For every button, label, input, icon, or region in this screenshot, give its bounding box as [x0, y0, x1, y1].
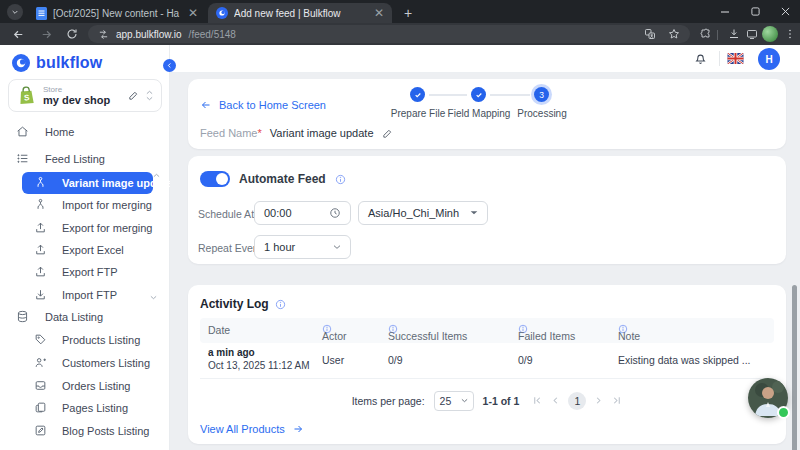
previous-page-icon[interactable]: [550, 395, 561, 406]
logo-text: bulkflow: [36, 54, 102, 72]
header-divider: [719, 51, 720, 66]
browser-chrome: [Oct/2025] New content - Ha M ✕ Add new …: [0, 0, 800, 45]
close-window-button[interactable]: [770, 0, 800, 23]
address-bar[interactable]: app.bulkflow.io/feed/5148: [88, 25, 690, 43]
list-icon: [16, 152, 29, 165]
scroll-down-indicator[interactable]: [150, 295, 157, 300]
schedule-time-input[interactable]: 00:00: [254, 201, 351, 225]
user-avatar[interactable]: H: [758, 48, 780, 70]
sidebar-item-products-listing[interactable]: Products Listing: [0, 329, 169, 351]
pages-icon: [34, 401, 47, 414]
language-flag-icon[interactable]: [727, 53, 744, 64]
step-label: Field Mapping: [448, 108, 511, 119]
first-page-icon[interactable]: [532, 395, 543, 406]
step-field-mapping[interactable]: [471, 87, 486, 102]
clock-icon[interactable]: [329, 207, 341, 219]
site-settings-icon[interactable]: [98, 29, 109, 40]
edit-feed-name-icon[interactable]: [382, 128, 393, 139]
table-header: Date Actor Successful Items Failed Items…: [200, 318, 774, 343]
notifications-bell-icon[interactable]: [693, 51, 708, 66]
timezone-select[interactable]: Asia/Ho_Chi_Minh: [358, 201, 488, 225]
column-failed-items: Failed Items: [518, 324, 528, 334]
browser-profile-avatar[interactable]: [762, 26, 778, 42]
view-all-products-link[interactable]: View All Products: [200, 423, 304, 435]
close-icon[interactable]: ✕: [188, 7, 198, 19]
step-prepare-file[interactable]: [410, 87, 425, 102]
last-page-icon[interactable]: [611, 395, 622, 406]
feed-name-value: Variant image update: [270, 127, 374, 139]
vertical-scrollbar[interactable]: [792, 285, 797, 450]
sidebar-item-import-for-merging[interactable]: Import for merging: [0, 194, 169, 216]
tab-title: Add new feed | Bulkflow: [234, 8, 368, 19]
column-date: Date: [208, 324, 230, 336]
sidebar-item-export-for-merging[interactable]: Export for merging: [0, 217, 169, 239]
reload-icon[interactable]: [64, 26, 80, 42]
sidebar-item-export-excel[interactable]: Export Excel: [0, 239, 169, 261]
minimize-button[interactable]: [710, 0, 740, 23]
bookmark-star-icon[interactable]: [668, 28, 680, 40]
current-page-button[interactable]: 1: [568, 392, 586, 410]
successful-items-value: 0/9: [388, 354, 403, 366]
forward-icon[interactable]: [38, 26, 54, 42]
close-icon[interactable]: ✕: [374, 7, 384, 19]
activity-log-card: Activity Log Date Actor Successful Items…: [188, 285, 786, 444]
browser-tab-bulkflow[interactable]: Add new feed | Bulkflow ✕: [208, 3, 392, 23]
cast-icon[interactable]: [744, 26, 760, 42]
app-header: H: [170, 45, 800, 73]
repeat-select[interactable]: 1 hour: [254, 235, 351, 259]
tab-search-button[interactable]: [7, 4, 23, 20]
back-icon[interactable]: [10, 26, 26, 42]
menu-icon[interactable]: [782, 26, 798, 42]
automate-feed-toggle[interactable]: [200, 171, 230, 187]
toolbar-divider: [717, 30, 718, 40]
sidebar-item-feed-listing[interactable]: Feed Listing: [0, 148, 169, 170]
next-page-icon[interactable]: [593, 395, 604, 406]
scroll-up-indicator[interactable]: [153, 173, 160, 178]
schedule-at-label: Schedule At:: [198, 208, 257, 220]
sidebar-collapse-button[interactable]: [163, 59, 176, 72]
column-note: Note: [618, 324, 628, 334]
required-mark: *: [257, 127, 261, 139]
store-switch-icon[interactable]: [146, 90, 153, 101]
actor-value: User: [322, 354, 344, 366]
sidebar-item-blog-posts-listing[interactable]: Blog Posts Listing: [0, 420, 169, 442]
sidebar-item-data-listing[interactable]: Data Listing: [0, 306, 169, 328]
bulkflow-logo[interactable]: bulkflow: [12, 54, 102, 72]
date-relative: a min ago: [208, 347, 310, 358]
store-selector[interactable]: S Store my dev shop: [8, 79, 162, 112]
extensions-icon[interactable]: [698, 26, 714, 42]
browser-tab-docs[interactable]: [Oct/2025] New content - Ha M ✕: [28, 3, 206, 23]
chat-widget-button[interactable]: [748, 378, 788, 418]
maximize-button[interactable]: [740, 0, 770, 23]
translate-icon[interactable]: [644, 28, 656, 40]
tab-strip: [Oct/2025] New content - Ha M ✕ Add new …: [0, 0, 800, 23]
shopify-icon: S: [17, 85, 36, 106]
info-icon[interactable]: [335, 174, 346, 185]
items-per-page-label: Items per page:: [352, 395, 425, 407]
sidebar-item-variant-image-update[interactable]: Variant image update: [22, 172, 153, 194]
items-per-page-select[interactable]: 25: [434, 391, 474, 411]
sidebar-item-customers-listing[interactable]: Customers Listing: [0, 352, 169, 374]
sidebar-item-export-ftp[interactable]: Export FTP: [0, 261, 169, 283]
new-tab-button[interactable]: +: [400, 5, 416, 21]
store-name: my dev shop: [43, 94, 121, 107]
feed-name-label: Feed Name: [200, 127, 257, 139]
sidebar-item-home[interactable]: Home: [0, 121, 169, 143]
step-processing[interactable]: 3: [534, 87, 549, 102]
info-icon[interactable]: [275, 299, 286, 310]
automate-feed-card: Automate Feed Schedule At: 00:00 Asia/Ho…: [188, 156, 786, 264]
page-content: Back to Home Screen 3 Prepare File Field…: [170, 73, 800, 450]
sidebar-item-orders-listing[interactable]: Orders Listing: [0, 375, 169, 397]
browser-toolbar: app.bulkflow.io/feed/5148: [0, 23, 800, 45]
downloads-icon[interactable]: [726, 26, 742, 42]
step-connector: [429, 94, 467, 96]
tab-title: [Oct/2025] New content - Ha M: [53, 8, 182, 19]
url-path: /feed/5148: [189, 29, 236, 40]
edit-store-icon[interactable]: [128, 90, 139, 101]
online-status-dot: [777, 406, 790, 419]
back-to-home-link[interactable]: Back to Home Screen: [200, 99, 326, 111]
bulkflow-logo-icon: [12, 54, 30, 72]
sidebar-item-pages-listing[interactable]: Pages Listing: [0, 397, 169, 419]
date-absolute: Oct 13, 2025 11:12 AM: [208, 360, 310, 371]
sidebar-item-import-ftp[interactable]: Import FTP: [0, 284, 169, 306]
